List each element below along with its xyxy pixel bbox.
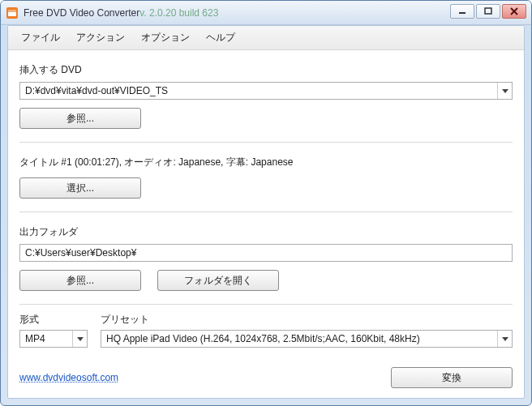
window-title-app: Free DVD Video Converter: [24, 7, 139, 19]
window-title-version: v. 2.0.20 build 623: [139, 7, 218, 19]
svg-rect-2: [8, 10, 16, 12]
menu-option[interactable]: オプション: [133, 29, 198, 46]
svg-rect-4: [485, 8, 491, 14]
format-value[interactable]: [19, 330, 88, 348]
dvd-label: 挿入する DVD: [19, 63, 513, 77]
preset-combo[interactable]: [101, 330, 513, 348]
title-bar: Free DVD Video Converter v. 2.0.20 build…: [1, 1, 531, 25]
minimize-button[interactable]: [450, 4, 474, 19]
dvd-path-value[interactable]: [19, 82, 513, 100]
website-link[interactable]: www.dvdvideosoft.com: [19, 372, 118, 383]
menu-help[interactable]: ヘルプ: [198, 29, 243, 46]
open-folder-button[interactable]: フォルダを開く: [157, 270, 279, 291]
content-area: 挿入する DVD 参照... タイトル #1 (00:01:27), オーディオ…: [8, 50, 524, 399]
output-path-input[interactable]: [19, 244, 513, 262]
client-area: ファイル アクション オプション ヘルプ 挿入する DVD 参照... タイトル…: [7, 25, 525, 399]
close-icon: [510, 7, 518, 15]
title-select-button[interactable]: 選択...: [19, 177, 141, 199]
preset-label: プリセット: [101, 313, 513, 327]
dvd-browse-button[interactable]: 参照...: [19, 108, 141, 129]
window-controls: [450, 4, 526, 19]
maximize-button[interactable]: [476, 4, 500, 19]
preset-value[interactable]: [101, 330, 513, 348]
menu-action[interactable]: アクション: [68, 29, 133, 46]
menu-bar: ファイル アクション オプション ヘルプ: [8, 26, 524, 50]
app-icon: [6, 6, 19, 19]
close-button[interactable]: [502, 4, 526, 19]
title-info-text: タイトル #1 (00:01:27), オーディオ: Japanese, 字幕:…: [19, 156, 513, 169]
format-label: 形式: [19, 313, 88, 327]
divider: [19, 212, 513, 212]
convert-button[interactable]: 変換: [391, 367, 513, 388]
format-combo[interactable]: [19, 330, 88, 348]
dvd-path-combo[interactable]: [19, 82, 513, 100]
minimize-icon: [458, 7, 466, 15]
output-label: 出力フォルダ: [19, 225, 513, 239]
divider: [19, 142, 513, 143]
output-browse-button[interactable]: 参照...: [19, 270, 141, 291]
window-frame: Free DVD Video Converter v. 2.0.20 build…: [0, 0, 532, 406]
menu-file[interactable]: ファイル: [13, 29, 68, 46]
maximize-icon: [484, 7, 492, 15]
divider: [19, 304, 513, 305]
